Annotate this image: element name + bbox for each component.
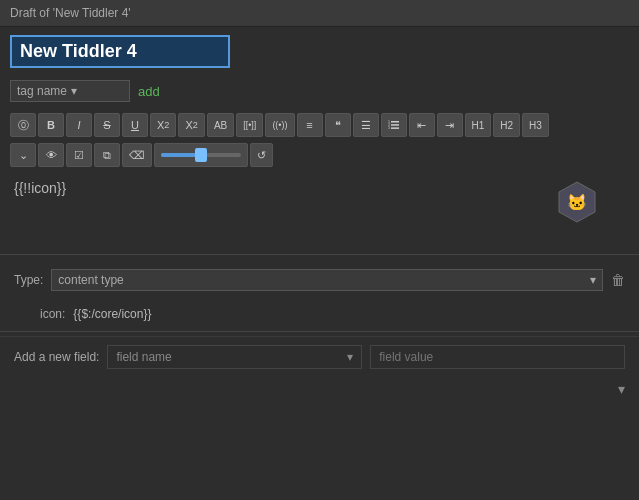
svg-rect-1 [391, 124, 399, 126]
tb-italic[interactable]: I [66, 113, 92, 137]
tb-mono-block[interactable]: AB [207, 113, 234, 137]
tag-placeholder: tag name [17, 84, 67, 98]
tb-copy[interactable]: ⧉ [94, 143, 120, 167]
tb-strikethrough[interactable]: S [94, 113, 120, 137]
svg-rect-0 [391, 121, 399, 123]
svg-rect-2 [391, 127, 399, 128]
header-title: Draft of 'New Tiddler 4' [10, 6, 131, 20]
type-label: Type: [14, 273, 43, 287]
tb-inline-code[interactable]: [[•]] [236, 113, 263, 137]
tb-quote[interactable]: ❝ [325, 113, 351, 137]
tb-underline[interactable]: U [122, 113, 148, 137]
tb-wikitext[interactable]: ((•)) [265, 113, 294, 137]
content-area: {{!!icon}} 🐱 [0, 170, 639, 250]
add-tag-button[interactable]: add [138, 84, 160, 99]
icon-field-value: {{$:/core/icon}} [73, 307, 151, 321]
tb-macro[interactable]: ⓪ [10, 113, 36, 137]
tiddler-content-text: {{!!icon}} [14, 180, 625, 196]
tb-subscript[interactable]: X2 [178, 113, 204, 137]
tb-h2[interactable]: H2 [493, 113, 520, 137]
field-name-dropdown[interactable]: field name ▾ [107, 345, 362, 369]
type-value: content type [58, 273, 123, 287]
add-field-label: Add a new field: [14, 350, 99, 364]
field-name-placeholder: field name [116, 350, 171, 364]
cat-icon-container: 🐱 [555, 180, 599, 227]
slider-thumb [195, 148, 207, 162]
tb-preview[interactable]: 👁 [38, 143, 64, 167]
font-size-slider-container [154, 143, 248, 167]
tag-chevron-icon: ▾ [71, 84, 77, 98]
tb-numbered[interactable]: 1 2 3 [381, 113, 407, 137]
tb-delete-char[interactable]: ⌫ [122, 143, 152, 167]
type-dropdown[interactable]: content type ▾ [51, 269, 603, 291]
title-row [0, 27, 639, 76]
reset-button[interactable]: ↺ [250, 143, 273, 167]
tb-bullet[interactable]: ☰ [353, 113, 379, 137]
tag-row: tag name ▾ add [0, 76, 639, 110]
toolbar-row2: ⌄ 👁 ☑ ⧉ ⌫ ↺ [0, 140, 639, 170]
title-input[interactable] [10, 35, 230, 68]
svg-text:3: 3 [388, 126, 390, 130]
delete-type-button[interactable]: 🗑 [611, 272, 625, 288]
tb-outdent[interactable]: ⇤ [409, 113, 435, 137]
add-field-row: Add a new field: field name ▾ [0, 336, 639, 377]
type-row: Type: content type ▾ 🗑 [0, 259, 639, 301]
divider2 [0, 331, 639, 332]
draft-header: Draft of 'New Tiddler 4' [0, 0, 639, 27]
icon-field-label: icon: [40, 307, 65, 321]
bottom-chevron-icon[interactable]: ▾ [618, 381, 625, 397]
tag-dropdown[interactable]: tag name ▾ [10, 80, 130, 102]
field-value-input[interactable] [370, 345, 625, 369]
divider1 [0, 254, 639, 255]
toolbar-row1: ⓪ B I S U X2 X2 AB [[•]] ((•)) ≡ ❝ ☰ 1 2… [0, 110, 639, 140]
tb-h3[interactable]: H3 [522, 113, 549, 137]
tb-bold[interactable]: B [38, 113, 64, 137]
bottom-chevron-row: ▾ [0, 377, 639, 401]
tb-indent[interactable]: ⇥ [437, 113, 463, 137]
icon-row: icon: {{$:/core/icon}} [0, 301, 639, 327]
cat-hexagon-icon: 🐱 [555, 180, 599, 224]
tb-expand[interactable]: ⌄ [10, 143, 36, 167]
tb-superscript[interactable]: X2 [150, 113, 176, 137]
slider-track [161, 153, 241, 157]
type-chevron-icon: ▾ [590, 273, 596, 287]
field-name-chevron-icon: ▾ [347, 350, 353, 364]
tb-checkbox[interactable]: ☑ [66, 143, 92, 167]
tb-mono-line[interactable]: ≡ [297, 113, 323, 137]
svg-text:🐱: 🐱 [567, 193, 587, 212]
tb-h1[interactable]: H1 [465, 113, 492, 137]
